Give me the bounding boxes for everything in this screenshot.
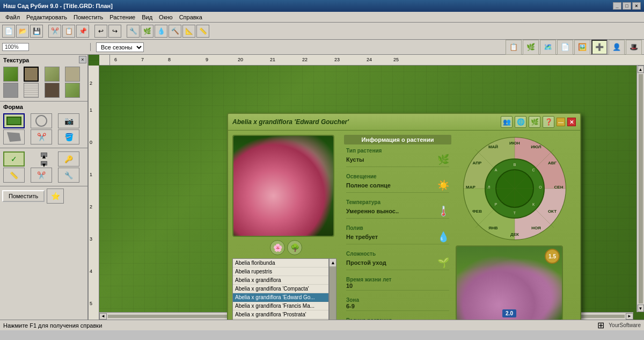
svg-text:МАР: МАР <box>466 185 475 190</box>
paste-button[interactable]: 📌 <box>76 25 89 38</box>
dialog-icon-4[interactable]: ❓ <box>543 116 554 128</box>
tool-5[interactable]: ✂️ <box>31 168 52 183</box>
svg-text:Л: Л <box>488 185 491 189</box>
preview-badge: 1.5 <box>545 249 560 264</box>
shape-tool[interactable]: ✂️ <box>31 129 52 144</box>
scroll-down[interactable]: ▼ <box>41 161 47 165</box>
tool1-button[interactable]: 🔧 <box>127 25 140 38</box>
water-icon: 💧 <box>437 231 449 243</box>
texture-item-8[interactable] <box>65 83 80 98</box>
menu-help[interactable]: Справка <box>176 13 206 21</box>
texture-item-4[interactable] <box>65 67 80 82</box>
redo-button[interactable]: ↪ <box>108 25 121 38</box>
texture-item-2[interactable] <box>24 67 39 82</box>
place-button[interactable]: Поместить <box>2 190 45 202</box>
texture-item-6[interactable] <box>24 83 39 98</box>
deco-flower[interactable]: 🌸 <box>270 240 285 255</box>
tool-check[interactable]: ✓ <box>3 151 25 167</box>
h-scroll-left[interactable]: ◄ <box>99 313 107 320</box>
dialog-icon-2[interactable]: 🌐 <box>515 116 526 128</box>
dialog-right-panel: ИЮН ИЮЛ АВГ СЕН ОКТ НОЯ ДЕК ЯНВ ФЕВ МАР … <box>456 135 574 320</box>
list-item-6[interactable]: Abelia x grandiflora 'Francis Ma... <box>233 302 328 310</box>
dialog-icon-3[interactable]: 🌿 <box>529 116 540 128</box>
dialog-close-button[interactable]: ✕ <box>567 118 576 126</box>
tb2-btn-2[interactable]: 🌿 <box>523 40 539 55</box>
shape-irregular[interactable] <box>3 129 25 144</box>
season-select[interactable]: Все сезоны Весна Лето Осень <box>96 42 144 52</box>
tool5-button[interactable]: 📐 <box>182 25 195 38</box>
scroll-thumb[interactable] <box>330 266 336 320</box>
info-field-lifespan: Время жизни лет 10 <box>344 276 451 293</box>
info-field-water: Полив Не требует 💧 <box>344 224 451 247</box>
save-button[interactable]: 💾 <box>30 25 43 38</box>
tb2-btn-3[interactable]: 🗺️ <box>540 40 556 55</box>
menu-edit[interactable]: Редактировать <box>23 13 70 21</box>
texture-item-1[interactable] <box>3 67 18 82</box>
dialog-minimize[interactable]: — <box>557 118 565 126</box>
list-item-7[interactable]: Abelia x grandiflora 'Prostrata' <box>233 310 328 319</box>
tool-grid: ✓ ▲ ▼ 🔑 📏 ✂️ 🔧 <box>1 149 86 185</box>
minimize-button[interactable]: _ <box>613 2 621 10</box>
v-scroll-down[interactable]: ▼ <box>638 305 644 312</box>
open-button[interactable]: 📂 <box>16 25 29 38</box>
v-scrollbar[interactable]: ▲ ▼ <box>636 66 644 312</box>
tool3-button[interactable]: 💧 <box>155 25 167 38</box>
place-tool-icon[interactable]: ⭐ <box>47 189 64 204</box>
tb2-btn-7[interactable]: 👤 <box>609 40 625 55</box>
tool2-button[interactable]: 🌿 <box>141 25 153 38</box>
v-scroll-up[interactable]: ▲ <box>638 66 644 73</box>
list-scrollbar: ▲ ▼ <box>329 258 336 320</box>
tool6-button[interactable]: 📏 <box>196 25 209 38</box>
svg-text:С: С <box>532 168 535 172</box>
menu-place[interactable]: Поместить <box>70 13 106 21</box>
window-title: Наш Сад Рубин 9.0 - [Title.GRD: План] <box>3 3 113 9</box>
dialog-body: 🌸 🌳 Abelia floribunda Abelia rupestris A… <box>228 131 580 320</box>
texture-item-3[interactable] <box>45 67 60 82</box>
menu-bar: Файл Редактировать Поместить Растение Ви… <box>0 12 644 23</box>
tb2-btn-5[interactable]: 🖼️ <box>574 40 590 55</box>
list-item-5[interactable]: Abelia x grandiflora 'Edward Go... <box>233 293 328 302</box>
new-button[interactable]: 📄 <box>2 25 15 38</box>
dialog-controls: 👥 🌐 🌿 ❓ — ✕ <box>501 116 576 128</box>
menu-view[interactable]: Вид <box>138 13 156 21</box>
list-item-4[interactable]: Abelia x grandiflora 'Compacta' <box>233 285 328 293</box>
menu-file[interactable]: Файл <box>2 13 23 21</box>
tool4-button[interactable]: 🔨 <box>169 25 181 38</box>
status-right: ⊞ YourSoftware <box>597 320 641 330</box>
list-item-2[interactable]: Abelia rupestris <box>233 267 328 276</box>
menu-plant[interactable]: Растение <box>106 13 138 21</box>
plant-image <box>232 135 334 237</box>
tool-4[interactable]: 📏 <box>3 168 25 183</box>
tool-3[interactable]: 🔑 <box>58 151 79 167</box>
shape-fill[interactable]: 🪣 <box>58 129 79 144</box>
dialog-icon-1[interactable]: 👥 <box>501 116 513 128</box>
tb2-btn-4[interactable]: 📄 <box>557 40 573 55</box>
shape-circle[interactable] <box>31 113 52 128</box>
undo-button[interactable]: ↩ <box>94 25 107 38</box>
shape-camera[interactable]: 📷 <box>58 113 79 128</box>
list-item-8[interactable]: Abeliophyllum distichum <box>233 319 328 320</box>
menu-window[interactable]: Окно <box>156 13 176 21</box>
texture-item-5[interactable] <box>3 83 18 98</box>
shape-rect[interactable] <box>3 113 25 128</box>
copy-button[interactable]: 📋 <box>62 25 75 38</box>
v-scroll-track[interactable] <box>639 74 643 303</box>
h-scroll-right[interactable]: ► <box>626 313 633 320</box>
panel-close-button[interactable]: × <box>79 56 86 63</box>
list-item-1[interactable]: Abelia floribunda <box>233 259 328 267</box>
restore-button[interactable]: □ <box>623 2 631 10</box>
plant-list[interactable]: Abelia floribunda Abelia rupestris Abeli… <box>232 258 329 320</box>
close-button[interactable]: × <box>632 2 641 10</box>
tb2-btn-8[interactable]: 🎩 <box>626 40 642 55</box>
scroll-up-arrow[interactable]: ▲ <box>330 259 336 266</box>
texture-item-7[interactable] <box>45 83 60 98</box>
tb2-btn-6[interactable]: ➕ <box>591 40 608 55</box>
tb2-btn-1[interactable]: 📋 <box>506 40 522 55</box>
scroll-up[interactable]: ▲ <box>41 153 47 157</box>
deco-tree[interactable]: 🌳 <box>287 240 302 255</box>
cut-button[interactable]: ✂️ <box>48 25 61 38</box>
type-icon: 🌿 <box>437 154 449 165</box>
main-layout: × Текстура Форма <box>0 55 644 320</box>
list-item-3[interactable]: Abelia x grandiflora <box>233 276 328 285</box>
tool-6[interactable]: 🔧 <box>58 168 79 183</box>
